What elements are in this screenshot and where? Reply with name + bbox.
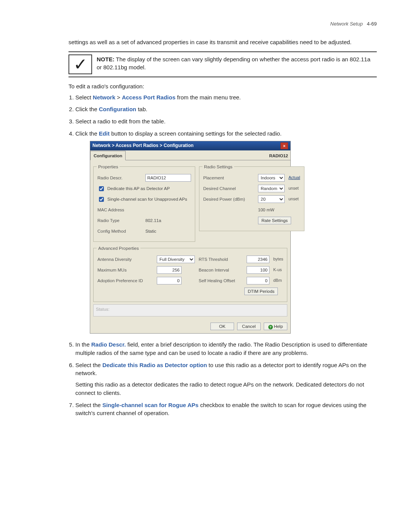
checkmark-icon: ✓ bbox=[68, 54, 92, 74]
page-number: 4-69 bbox=[367, 21, 377, 27]
intro-text: settings as well as a set of advanced pr… bbox=[68, 38, 377, 47]
power-unset: unset bbox=[288, 196, 299, 202]
edit-button-ref: Edit bbox=[99, 130, 110, 137]
step-2: Click the Configuration tab. bbox=[75, 105, 377, 113]
tab-configuration[interactable]: Configuration bbox=[90, 151, 126, 161]
max-mus-input[interactable] bbox=[157, 266, 182, 274]
antenna-diversity-label: Antenna Diversity bbox=[97, 256, 155, 263]
self-healing-label: Self Healing Offset bbox=[199, 278, 244, 284]
single-channel-ref: Single-channel scan for Rogue APs bbox=[102, 402, 199, 408]
rts-threshold-label: RTS Threshold bbox=[199, 256, 244, 263]
ok-button[interactable]: OK bbox=[210, 323, 234, 330]
help-button[interactable]: ?Help bbox=[264, 323, 287, 330]
radio-settings-group: Radio Settings Placement Indoors Actual bbox=[199, 166, 304, 231]
beacon-interval-label: Beacon Interval bbox=[199, 267, 244, 273]
step-7: Select the Single-channel scan for Rogue… bbox=[75, 401, 377, 418]
radio-descr-input[interactable] bbox=[145, 174, 191, 182]
adoption-pref-label: Adoption Preference ID bbox=[97, 278, 155, 284]
desired-power-label: Desired Power (dBm) bbox=[203, 196, 256, 203]
rts-unit: bytes bbox=[273, 256, 283, 262]
dialog-breadcrumb: Network > Access Port Radios > Configura… bbox=[92, 142, 194, 149]
tab-configuration-ref: Configuration bbox=[99, 106, 136, 112]
properties-legend: Properties bbox=[97, 164, 119, 170]
actual-link[interactable]: Actual bbox=[288, 175, 300, 181]
step-6: Select the Dedicate this Radio as Detect… bbox=[75, 361, 377, 397]
max-mus-label: Maximum MUs bbox=[97, 267, 155, 273]
note-text: NOTE: The display of the screen can vary… bbox=[97, 54, 377, 71]
placement-label: Placement bbox=[203, 175, 256, 181]
radio-settings-legend: Radio Settings bbox=[202, 164, 234, 170]
single-channel-label: Single-channel scan for Unapproved APs bbox=[107, 196, 187, 203]
radio-id: RADIO12 bbox=[269, 151, 288, 159]
config-method-label: Config Method bbox=[97, 228, 143, 235]
desired-channel-label: Desired Channel bbox=[203, 185, 256, 192]
radio-descr-label: Radio Descr. bbox=[97, 175, 143, 181]
status-box: Status: bbox=[93, 304, 287, 316]
power-mw: 100 mW bbox=[258, 207, 274, 213]
note-callout: ✓ NOTE: The display of the screen can va… bbox=[68, 51, 377, 77]
antenna-diversity-select[interactable]: Full Diversity bbox=[157, 256, 195, 263]
beacon-interval-input[interactable] bbox=[247, 266, 269, 274]
help-icon: ? bbox=[268, 325, 273, 329]
single-channel-checkbox[interactable] bbox=[99, 197, 104, 202]
nav-network: Network bbox=[93, 94, 115, 101]
advanced-legend: Advanced Properties bbox=[97, 245, 140, 252]
channel-unset: unset bbox=[288, 185, 299, 192]
rts-threshold-input[interactable] bbox=[247, 256, 269, 263]
status-label: Status: bbox=[96, 307, 110, 312]
dedicate-checkbox[interactable] bbox=[99, 186, 104, 191]
page-header: Network Setup 4-69 bbox=[68, 21, 377, 27]
note-label: NOTE: bbox=[97, 56, 115, 62]
radio-type-value: 802.11a bbox=[145, 217, 161, 224]
section-name: Network Setup bbox=[330, 21, 363, 27]
step-1: Select Network > Access Port Radios from… bbox=[75, 93, 377, 102]
dedicate-label: Dedicate this AP as Detector AP bbox=[107, 185, 170, 192]
step-5: In the Radio Descr. field, enter a brief… bbox=[75, 340, 377, 357]
dedicate-option-ref: Dedicate this Radio as Detector option bbox=[102, 362, 207, 368]
properties-group: Properties Radio Descr. Dedicate this AP… bbox=[93, 166, 195, 242]
step-3: Select a radio to edit from the table. bbox=[75, 117, 377, 126]
note-body: The display of the screen can vary sligh… bbox=[97, 56, 370, 70]
close-icon[interactable]: × bbox=[280, 142, 288, 149]
step-4: Click the Edit button to display a scree… bbox=[75, 129, 377, 334]
radio-descr-ref: Radio Descr. bbox=[91, 341, 126, 348]
desired-channel-select[interactable]: Random bbox=[258, 185, 285, 192]
dtim-periods-button[interactable]: DTIM Periods bbox=[244, 288, 278, 295]
lead-text: To edit a radio's configuration: bbox=[68, 83, 377, 89]
adoption-pref-input[interactable] bbox=[157, 277, 182, 284]
cancel-button[interactable]: Cancel bbox=[237, 323, 261, 330]
beacon-unit: K-us bbox=[273, 267, 282, 273]
heal-unit: dBm bbox=[273, 278, 282, 284]
placement-select[interactable]: Indoors bbox=[258, 174, 285, 182]
nav-access-port-radios: Access Port Radios bbox=[122, 94, 175, 101]
rate-settings-button[interactable]: Rate Settings bbox=[258, 217, 291, 224]
step-6-body: Setting this radio as a detector dedicat… bbox=[75, 380, 377, 397]
config-method-value: Static bbox=[145, 228, 156, 235]
dialog-titlebar: Network > Access Port Radios > Configura… bbox=[90, 141, 290, 150]
config-dialog: Network > Access Port Radios > Configura… bbox=[90, 141, 291, 334]
self-healing-input[interactable] bbox=[247, 277, 269, 284]
advanced-properties-group: Advanced Properties Antenna Diversity Fu… bbox=[93, 248, 287, 302]
desired-power-select[interactable]: 20 bbox=[258, 195, 285, 203]
mac-address-label: MAC Address bbox=[97, 207, 143, 213]
radio-type-label: Radio Type bbox=[97, 217, 143, 224]
